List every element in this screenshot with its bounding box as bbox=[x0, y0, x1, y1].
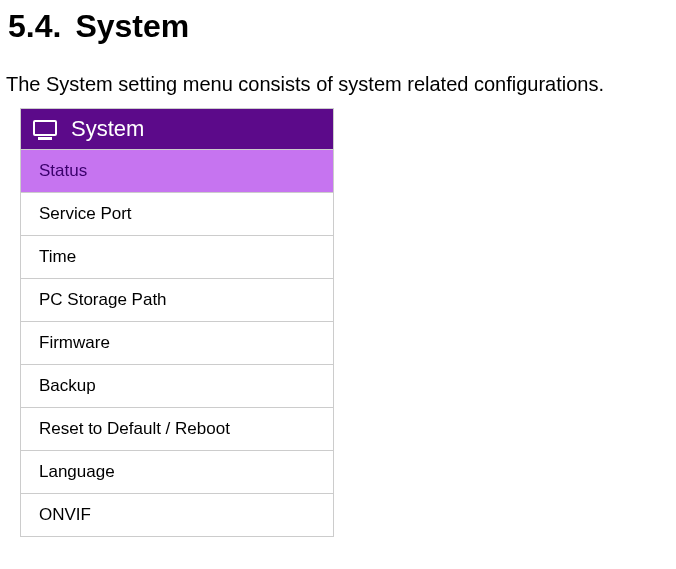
menu-item-label: Time bbox=[39, 247, 76, 266]
menu-item-time[interactable]: Time bbox=[21, 236, 333, 279]
menu-item-label: Reset to Default / Reboot bbox=[39, 419, 230, 438]
menu-item-onvif[interactable]: ONVIF bbox=[21, 494, 333, 536]
menu-item-label: Service Port bbox=[39, 204, 132, 223]
menu-item-service-port[interactable]: Service Port bbox=[21, 193, 333, 236]
menu-title: System bbox=[71, 116, 144, 142]
menu-item-firmware[interactable]: Firmware bbox=[21, 322, 333, 365]
section-title: System bbox=[75, 8, 189, 44]
section-heading: 5.4.System bbox=[6, 8, 670, 45]
menu-header: System bbox=[21, 109, 333, 150]
system-menu: System StatusService PortTimePC Storage … bbox=[20, 108, 334, 537]
menu-item-pc-storage-path[interactable]: PC Storage Path bbox=[21, 279, 333, 322]
section-number: 5.4. bbox=[8, 8, 61, 45]
menu-item-language[interactable]: Language bbox=[21, 451, 333, 494]
menu-item-label: Language bbox=[39, 462, 115, 481]
menu-item-label: Firmware bbox=[39, 333, 110, 352]
menu-item-label: Backup bbox=[39, 376, 96, 395]
menu-item-label: ONVIF bbox=[39, 505, 91, 524]
menu-item-label: Status bbox=[39, 161, 87, 180]
monitor-icon bbox=[33, 120, 57, 138]
section-description: The System setting menu consists of syst… bbox=[6, 73, 670, 96]
menu-item-reset-to-default-reboot[interactable]: Reset to Default / Reboot bbox=[21, 408, 333, 451]
menu-item-label: PC Storage Path bbox=[39, 290, 167, 309]
menu-item-status[interactable]: Status bbox=[21, 150, 333, 193]
menu-item-backup[interactable]: Backup bbox=[21, 365, 333, 408]
